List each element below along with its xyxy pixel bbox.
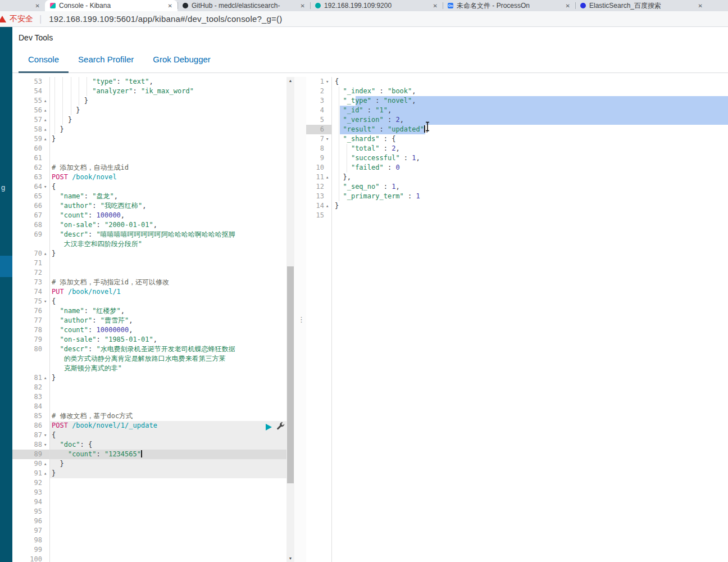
close-icon[interactable]: ✕ <box>698 3 703 9</box>
line-gutter[interactable]: 90▴ <box>12 459 49 469</box>
close-icon[interactable]: ✕ <box>35 3 40 9</box>
fold-icon[interactable]: ▴ <box>43 115 49 125</box>
code-line[interactable]: 60 <box>12 144 294 153</box>
code-line[interactable]: 56▴ } <box>12 106 294 115</box>
request-editor-panel[interactable]: 53 "type": "text",54 "analyzer": "ik_max… <box>12 77 294 562</box>
code-line[interactable]: 11▴ }, <box>306 173 728 182</box>
line-gutter[interactable]: 65 <box>12 192 49 201</box>
code-line[interactable]: 90▴ } <box>12 459 294 469</box>
line-gutter[interactable]: 2 <box>306 87 331 96</box>
code-line[interactable]: 的类方式动静分离肯定是解放路口水电费来看第三方莱 <box>12 354 294 364</box>
address-bar-url[interactable]: 192.168.199.109:5601/app/kibana#/dev_too… <box>49 14 282 24</box>
fold-icon[interactable]: ▴ <box>43 249 49 259</box>
line-gutter[interactable]: 84 <box>12 402 49 411</box>
line-gutter[interactable]: 58▴ <box>12 125 49 134</box>
line-gutter[interactable]: 80 <box>12 345 49 354</box>
line-gutter[interactable]: 81▴ <box>12 373 49 383</box>
browser-tab[interactable]: Console - Kibana✕ <box>45 0 178 11</box>
code-line[interactable]: 4 "_id" : "1", <box>306 106 728 115</box>
panel-splitter[interactable]: ⋮ <box>294 77 306 562</box>
code-line[interactable]: 58▴ } <box>12 125 294 134</box>
fold-icon[interactable]: ▾ <box>325 134 331 144</box>
response-output-panel[interactable]: 1▾{2 "_index" : "book",3 "_type" : "nove… <box>306 77 728 562</box>
code-line[interactable]: 53 "type": "text", <box>12 77 294 87</box>
line-gutter[interactable]: 5 <box>306 115 331 125</box>
line-gutter[interactable]: 88▾ <box>12 440 49 450</box>
line-gutter[interactable]: 59▴ <box>12 134 49 144</box>
code-line[interactable]: 94 <box>12 497 294 507</box>
code-line[interactable]: 62# 添加文档，自动生成id <box>12 163 294 173</box>
line-gutter[interactable] <box>12 239 49 249</box>
browser-tab[interactable]: ElasticSearch_百度搜索✕ <box>575 0 708 11</box>
browser-tab[interactable]: ✕ <box>0 0 45 11</box>
code-line[interactable]: 83 <box>12 392 294 402</box>
code-line[interactable]: 54 "analyzer": "ik_max_word" <box>12 87 294 96</box>
code-line[interactable]: 63POST /book/novel <box>12 173 294 182</box>
code-line[interactable]: 84 <box>12 402 294 411</box>
line-gutter[interactable]: 55▴ <box>12 96 49 106</box>
browser-tab[interactable]: GitHub - medcl/elasticsearch-✕ <box>178 0 310 11</box>
line-gutter[interactable]: 97 <box>12 526 49 536</box>
fold-icon[interactable]: ▴ <box>325 201 331 211</box>
line-gutter[interactable]: 10 <box>306 163 331 173</box>
tab-grok-debugger[interactable]: Grok Debugger <box>143 50 220 72</box>
code-line[interactable]: 59▴} <box>12 134 294 144</box>
tab-search-profiler[interactable]: Search Profiler <box>69 50 143 72</box>
code-line[interactable]: 100 <box>12 555 294 562</box>
line-gutter[interactable]: 12 <box>306 182 331 192</box>
line-gutter[interactable]: 86 <box>12 421 49 430</box>
code-line[interactable]: 85# 修改文档，基于doc方式 <box>12 411 294 421</box>
browser-tab[interactable]: On未命名文件 - ProcessOn✕ <box>443 0 575 11</box>
code-line[interactable]: 88▾ "doc": { <box>12 440 294 450</box>
line-gutter[interactable]: 54 <box>12 87 49 96</box>
line-gutter[interactable]: 62 <box>12 163 49 173</box>
line-gutter[interactable] <box>12 364 49 373</box>
code-line[interactable]: 77 "author": "曹雪芹", <box>12 316 294 325</box>
line-gutter[interactable]: 89 <box>12 450 49 459</box>
code-line[interactable]: 64▾{ <box>12 182 294 192</box>
not-secure-label[interactable]: 不安全 <box>10 14 33 24</box>
code-line[interactable]: 8 "total" : 2, <box>306 144 728 153</box>
code-line[interactable]: 74PUT /book/novel/1 <box>12 287 294 297</box>
code-line[interactable]: 12 "_seq_no" : 1, <box>306 182 728 192</box>
line-gutter[interactable]: 85 <box>12 411 49 421</box>
line-gutter[interactable]: 94 <box>12 497 49 507</box>
line-gutter[interactable]: 91▴ <box>12 469 49 478</box>
fold-icon[interactable]: ▾ <box>43 440 49 450</box>
line-gutter[interactable]: 69 <box>12 230 49 239</box>
line-gutter[interactable]: 67 <box>12 211 49 220</box>
code-line[interactable]: 6 "result" : "updated", <box>306 125 728 134</box>
line-gutter[interactable]: 63 <box>12 173 49 182</box>
code-line[interactable]: 67 "count": 100000, <box>12 211 294 220</box>
close-icon[interactable]: ✕ <box>301 3 305 9</box>
line-gutter[interactable]: 95 <box>12 507 49 516</box>
line-gutter[interactable]: 1▾ <box>306 77 331 87</box>
code-line[interactable]: 3 "_type" : "novel", <box>306 96 728 106</box>
code-line[interactable]: 72 <box>12 268 294 278</box>
code-line[interactable]: 13 "_primary_term" : 1 <box>306 192 728 201</box>
sidebar-item-devtools[interactable] <box>0 256 12 277</box>
line-gutter[interactable]: 99 <box>12 545 49 555</box>
code-line[interactable]: 9 "successful" : 1, <box>306 153 728 163</box>
code-line[interactable]: 55▴ } <box>12 96 294 106</box>
code-line[interactable]: 2 "_index" : "book", <box>306 87 728 96</box>
line-gutter[interactable]: 61 <box>12 153 49 163</box>
code-line[interactable]: 68 "on-sale": "2000-01-01", <box>12 220 294 230</box>
line-gutter[interactable]: 87▾ <box>12 430 49 440</box>
line-gutter[interactable]: 93 <box>12 488 49 497</box>
code-line[interactable]: 65 "name": "盘龙", <box>12 192 294 201</box>
code-line[interactable]: 86POST /book/novel/1/_update <box>12 421 294 430</box>
line-gutter[interactable]: 92 <box>12 478 49 488</box>
code-line[interactable]: 69 "descr": "嘻嘻嘻嘻呵呵呵呵呵阿哈哈哈哈啊哈哈哈抠脚 <box>12 230 294 239</box>
fold-icon[interactable]: ▾ <box>43 430 49 440</box>
code-line[interactable]: 82 <box>12 383 294 392</box>
fold-icon[interactable]: ▾ <box>43 182 49 192</box>
fold-icon[interactable]: ▴ <box>43 469 49 478</box>
fold-icon[interactable]: ▴ <box>325 173 331 182</box>
browser-toolbar[interactable]: 不安全 | 192.168.199.109:5601/app/kibana#/d… <box>0 11 728 27</box>
code-line[interactable]: 89 "count": "1234565" <box>12 450 294 459</box>
fold-icon[interactable]: ▴ <box>43 459 49 469</box>
code-line[interactable]: 10 "failed" : 0 <box>306 163 728 173</box>
line-gutter[interactable]: 60 <box>12 144 49 153</box>
line-gutter[interactable]: 7▾ <box>306 134 331 144</box>
